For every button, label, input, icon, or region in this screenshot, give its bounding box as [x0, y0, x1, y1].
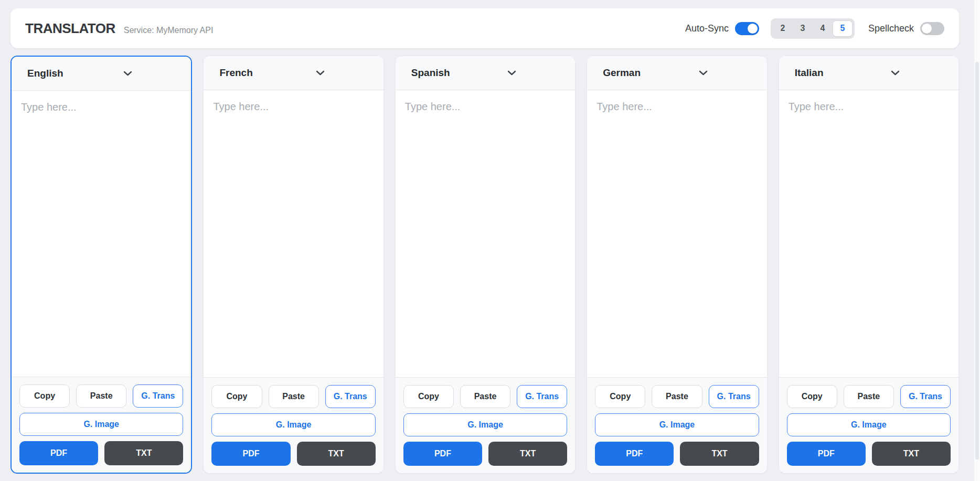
top-bar-controls: Auto-Sync 2345 Spellcheck	[685, 18, 944, 39]
card-header: Spanish	[396, 56, 575, 90]
column-count-option-3[interactable]: 3	[793, 20, 813, 37]
language-select[interactable]: Italian	[779, 67, 903, 79]
image-button-row: G. Image	[211, 413, 375, 436]
auto-sync-toggle[interactable]	[735, 22, 759, 35]
translation-textarea[interactable]	[779, 90, 958, 377]
google-translate-button[interactable]: G. Trans	[517, 385, 567, 408]
export-button-row: PDF TXT	[211, 442, 375, 466]
app-branding: TRANSLATOR Service: MyMemory API	[25, 20, 213, 37]
translation-textarea[interactable]	[587, 90, 766, 377]
service-subtitle: Service: MyMemory API	[124, 26, 214, 35]
paste-button[interactable]: Paste	[76, 384, 126, 408]
board: English Copy Paste G. Trans G. Image PDF…	[10, 56, 959, 474]
spellcheck-label: Spellcheck	[868, 23, 914, 34]
clipboard-button-row: Copy Paste G. Trans	[595, 385, 759, 408]
chevron-down-icon	[699, 70, 708, 76]
card-footer: Copy Paste G. Trans G. Image PDF TXT	[12, 377, 191, 473]
google-image-button[interactable]: G. Image	[787, 413, 951, 436]
copy-button[interactable]: Copy	[19, 384, 70, 408]
language-label: English	[27, 68, 63, 79]
column-count-option-2[interactable]: 2	[773, 20, 793, 37]
card-header: Italian	[779, 56, 958, 90]
google-translate-button[interactable]: G. Trans	[900, 385, 951, 408]
export-pdf-button[interactable]: PDF	[211, 442, 290, 466]
export-pdf-button[interactable]: PDF	[403, 442, 482, 466]
language-card-french: French Copy Paste G. Trans G. Image PDF …	[203, 56, 384, 474]
image-button-row: G. Image	[787, 413, 951, 436]
image-button-row: G. Image	[19, 413, 183, 436]
chevron-down-icon	[316, 70, 325, 76]
export-button-row: PDF TXT	[595, 442, 759, 466]
translation-textarea[interactable]	[396, 90, 575, 377]
language-card-spanish: Spanish Copy Paste G. Trans G. Image PDF…	[395, 56, 576, 474]
export-button-row: PDF TXT	[19, 441, 183, 465]
google-image-button[interactable]: G. Image	[211, 413, 375, 436]
image-button-row: G. Image	[403, 413, 567, 436]
export-txt-button[interactable]: TXT	[297, 442, 376, 466]
export-txt-button[interactable]: TXT	[104, 441, 183, 465]
chevron-down-icon	[123, 71, 132, 76]
paste-button[interactable]: Paste	[844, 385, 894, 408]
google-image-button[interactable]: G. Image	[19, 413, 183, 436]
google-translate-button[interactable]: G. Trans	[325, 385, 376, 408]
language-label: French	[219, 67, 252, 79]
scrollbar-thumb[interactable]	[975, 62, 979, 459]
google-translate-button[interactable]: G. Trans	[709, 385, 759, 408]
card-header: German	[587, 56, 766, 90]
top-bar: TRANSLATOR Service: MyMemory API Auto-Sy…	[10, 8, 959, 48]
card-footer: Copy Paste G. Trans G. Image PDF TXT	[587, 377, 766, 473]
chevron-down-icon	[507, 70, 516, 76]
auto-sync-label: Auto-Sync	[685, 23, 729, 34]
paste-button[interactable]: Paste	[460, 385, 510, 408]
column-count-option-4[interactable]: 4	[813, 20, 833, 37]
spellcheck-toggle[interactable]	[920, 22, 944, 35]
translator-app: TRANSLATOR Service: MyMemory API Auto-Sy…	[10, 8, 959, 474]
app-title: TRANSLATOR	[25, 20, 115, 37]
paste-button[interactable]: Paste	[269, 385, 319, 408]
clipboard-button-row: Copy Paste G. Trans	[211, 385, 375, 408]
export-pdf-button[interactable]: PDF	[595, 442, 674, 466]
export-button-row: PDF TXT	[403, 442, 567, 466]
google-image-button[interactable]: G. Image	[403, 413, 567, 436]
language-select[interactable]: French	[204, 67, 327, 79]
export-txt-button[interactable]: TXT	[680, 442, 759, 466]
card-header: English	[12, 57, 191, 91]
export-txt-button[interactable]: TXT	[488, 442, 567, 466]
card-footer: Copy Paste G. Trans G. Image PDF TXT	[204, 377, 383, 473]
copy-button[interactable]: Copy	[595, 385, 645, 408]
language-select[interactable]: German	[587, 67, 711, 79]
clipboard-button-row: Copy Paste G. Trans	[19, 384, 183, 408]
language-card-italian: Italian Copy Paste G. Trans G. Image PDF…	[779, 56, 959, 474]
toggle-knob	[748, 24, 758, 34]
chevron-down-icon	[891, 70, 900, 76]
export-button-row: PDF TXT	[787, 442, 951, 466]
language-card-english: English Copy Paste G. Trans G. Image PDF…	[10, 56, 192, 474]
copy-button[interactable]: Copy	[787, 385, 837, 408]
google-translate-button[interactable]: G. Trans	[133, 384, 183, 408]
language-select[interactable]: Spanish	[396, 67, 519, 79]
translation-textarea[interactable]	[12, 91, 191, 377]
card-footer: Copy Paste G. Trans G. Image PDF TXT	[396, 377, 575, 473]
clipboard-button-row: Copy Paste G. Trans	[787, 385, 951, 408]
card-header: French	[204, 56, 383, 90]
google-image-button[interactable]: G. Image	[595, 413, 759, 436]
language-label: Spanish	[411, 67, 450, 79]
image-button-row: G. Image	[595, 413, 759, 436]
column-count-option-5[interactable]: 5	[833, 20, 853, 37]
language-card-german: German Copy Paste G. Trans G. Image PDF …	[587, 56, 767, 474]
toggle-knob	[922, 24, 932, 34]
translation-textarea[interactable]	[204, 90, 383, 377]
page-scrollbar	[974, 0, 980, 481]
copy-button[interactable]: Copy	[211, 385, 262, 408]
language-label: Italian	[795, 67, 824, 79]
column-count-selector: 2345	[771, 18, 855, 39]
copy-button[interactable]: Copy	[403, 385, 454, 408]
paste-button[interactable]: Paste	[652, 385, 702, 408]
language-select[interactable]: English	[12, 67, 135, 80]
export-pdf-button[interactable]: PDF	[19, 441, 98, 465]
export-pdf-button[interactable]: PDF	[787, 442, 866, 466]
card-footer: Copy Paste G. Trans G. Image PDF TXT	[779, 377, 958, 473]
export-txt-button[interactable]: TXT	[872, 442, 951, 466]
clipboard-button-row: Copy Paste G. Trans	[403, 385, 567, 408]
language-label: German	[603, 67, 641, 79]
